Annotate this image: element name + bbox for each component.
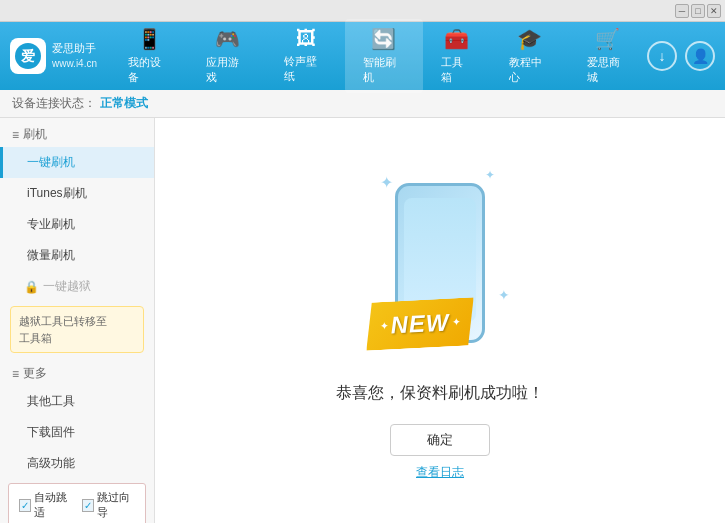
- lock-icon: 🔒: [24, 280, 39, 294]
- minimize-button[interactable]: ─: [675, 4, 689, 18]
- sidebar-item-jailbreak: 🔒 一键越狱: [0, 271, 154, 302]
- nav-item-ringtone[interactable]: 🖼 铃声壁纸: [266, 19, 344, 93]
- skip-wizard-check-icon: ✓: [82, 499, 94, 512]
- maximize-button[interactable]: □: [691, 4, 705, 18]
- logo-area: 爱 爱思助手 www.i4.cn: [10, 38, 110, 74]
- new-ribbon: ✦ NEW ✦: [364, 297, 476, 351]
- sidebar-group-more: ≡ 更多: [0, 357, 154, 386]
- nav-icon-tools: 🧰: [444, 27, 469, 51]
- confirm-button[interactable]: 确定: [390, 424, 490, 456]
- nav-icon-flash: 🔄: [371, 27, 396, 51]
- nav-item-tutorial[interactable]: 🎓 教程中心: [491, 19, 569, 93]
- nav-label-tools: 工具箱: [441, 55, 473, 85]
- skip-wizard-label: 跳过向导: [97, 490, 135, 520]
- ribbon-star-left: ✦: [379, 319, 389, 332]
- sparkle-1: ✦: [380, 173, 393, 192]
- sidebar-item-onekey[interactable]: 一键刷机: [0, 147, 154, 178]
- nav-label-flash: 智能刷机: [363, 55, 405, 85]
- download-button[interactable]: ↓: [647, 41, 677, 71]
- skip-wizard-checkbox[interactable]: ✓ 跳过向导: [82, 490, 135, 520]
- sidebar: ≡ 刷机 一键刷机 iTunes刷机 专业刷机 微量刷机 🔒 一键越狱 越狱工具…: [0, 118, 155, 523]
- more-group-icon: ≡: [12, 367, 19, 381]
- nav-label-my-device: 我的设备: [128, 55, 170, 85]
- auto-jump-checkbox[interactable]: ✓ 自动跳适: [19, 490, 72, 520]
- daily-log-link[interactable]: 查看日志: [416, 464, 464, 481]
- content-area: ✦ ✦ ✦ ✦ NEW ✦ 恭喜您，保资料刷机成功啦！ 确定 查看日志: [155, 118, 725, 523]
- close-button[interactable]: ✕: [707, 4, 721, 18]
- success-text: 恭喜您，保资料刷机成功啦！: [336, 383, 544, 404]
- sidebar-notice: 越狱工具已转移至工具箱: [10, 306, 144, 353]
- nav-item-shop[interactable]: 🛒 爱思商城: [569, 19, 647, 93]
- ribbon-text: NEW: [390, 308, 450, 339]
- nav-icon-shop: 🛒: [595, 27, 620, 51]
- sparkle-2: ✦: [485, 168, 495, 182]
- flash-group-label: 刷机: [23, 126, 47, 143]
- nav-icon-ringtone: 🖼: [296, 27, 316, 50]
- sidebar-group-flash: ≡ 刷机: [0, 118, 154, 147]
- more-group-label: 更多: [23, 365, 47, 382]
- nav-icon-apps: 🎮: [215, 27, 240, 51]
- nav-label-shop: 爱思商城: [587, 55, 629, 85]
- logo-icon: 爱: [10, 38, 46, 74]
- status-value: 正常模式: [100, 95, 148, 112]
- sparkle-3: ✦: [498, 287, 510, 303]
- nav-label-ringtone: 铃声壁纸: [284, 54, 326, 84]
- auto-jump-label: 自动跳适: [34, 490, 72, 520]
- logo-text: 爱思助手 www.i4.cn: [52, 41, 97, 70]
- nav-icon-tutorial: 🎓: [517, 27, 542, 51]
- ribbon-star-right: ✦: [451, 315, 461, 328]
- nav-items: 📱 我的设备 🎮 应用游戏 🖼 铃声壁纸 🔄 智能刷机 🧰 工具箱 🎓 教程中心…: [110, 19, 647, 93]
- sidebar-item-advanced[interactable]: 高级功能: [0, 448, 154, 479]
- header: 爱 爱思助手 www.i4.cn 📱 我的设备 🎮 应用游戏 🖼 铃声壁纸 🔄 …: [0, 22, 725, 90]
- status-label: 设备连接状态：: [12, 95, 96, 112]
- nav-icon-my-device: 📱: [137, 27, 162, 51]
- nav-item-apps[interactable]: 🎮 应用游戏: [188, 19, 266, 93]
- checkbox-row: ✓ 自动跳适 ✓ 跳过向导: [8, 483, 146, 523]
- sidebar-item-pro[interactable]: 专业刷机: [0, 209, 154, 240]
- nav-item-tools[interactable]: 🧰 工具箱: [423, 19, 491, 93]
- status-bar: 设备连接状态： 正常模式: [0, 90, 725, 118]
- auto-jump-check-icon: ✓: [19, 499, 31, 512]
- sidebar-item-other-tools[interactable]: 其他工具: [0, 386, 154, 417]
- nav-right: ↓ 👤: [647, 41, 715, 71]
- sidebar-item-itunes[interactable]: iTunes刷机: [0, 178, 154, 209]
- user-button[interactable]: 👤: [685, 41, 715, 71]
- svg-text:爱: 爱: [21, 48, 35, 64]
- sidebar-item-firmware[interactable]: 下载固件: [0, 417, 154, 448]
- nav-item-my-device[interactable]: 📱 我的设备: [110, 19, 188, 93]
- flash-group-icon: ≡: [12, 128, 19, 142]
- nav-item-flash[interactable]: 🔄 智能刷机: [345, 19, 423, 93]
- nav-label-apps: 应用游戏: [206, 55, 248, 85]
- phone-illustration: ✦ ✦ ✦ ✦ NEW ✦: [360, 163, 520, 363]
- main-content: ≡ 刷机 一键刷机 iTunes刷机 专业刷机 微量刷机 🔒 一键越狱 越狱工具…: [0, 118, 725, 523]
- nav-label-tutorial: 教程中心: [509, 55, 551, 85]
- sidebar-item-micro[interactable]: 微量刷机: [0, 240, 154, 271]
